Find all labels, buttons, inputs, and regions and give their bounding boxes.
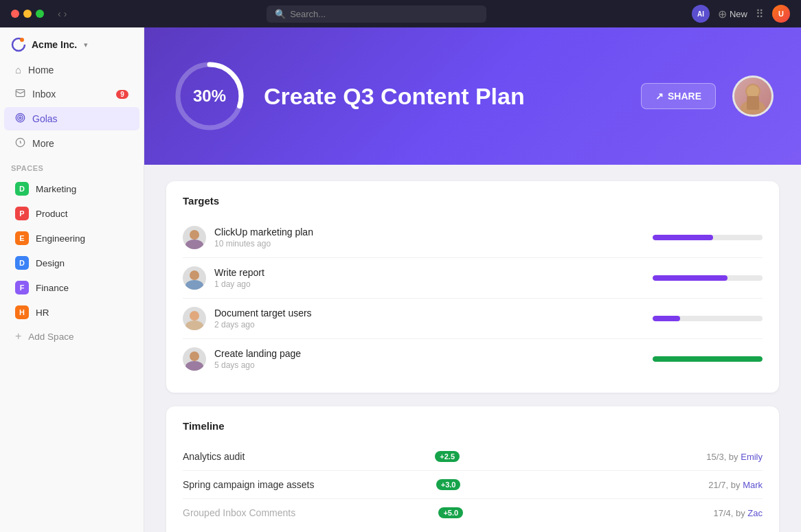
ai-button[interactable]: AI	[692, 5, 710, 23]
progress-fill	[653, 235, 713, 240]
sidebar-item-label: Home	[28, 65, 54, 76]
share-label: SHARE	[668, 91, 701, 102]
targets-title: Targets	[183, 195, 763, 207]
svg-point-15	[190, 270, 199, 280]
sidebar-header[interactable]: Acme Inc. ▾	[0, 27, 144, 58]
sidebar-item-goals[interactable]: Golas	[4, 107, 139, 130]
target-avatar	[183, 347, 206, 371]
target-avatar	[183, 266, 206, 290]
space-label: Finance	[36, 283, 69, 293]
minimize-button[interactable]	[23, 10, 32, 18]
sidebar-item-product[interactable]: P Product	[4, 202, 139, 225]
progress-percent-label: 30%	[193, 86, 226, 106]
progress-fill	[653, 275, 727, 281]
timeline-badge: +2.5	[435, 451, 460, 462]
target-row: ClickUp marketing plan 10 minutes ago	[183, 218, 763, 258]
add-space-button[interactable]: + Add Space	[4, 325, 139, 347]
search-placeholder: Search...	[290, 9, 326, 19]
home-icon: ⌂	[15, 64, 21, 76]
target-progress-bar	[653, 235, 763, 240]
timeline-item-name: Grouped Inbox Comments	[183, 507, 433, 518]
target-progress-bar	[653, 316, 763, 321]
space-icon-engineering: E	[15, 231, 29, 245]
window-controls	[11, 10, 44, 18]
space-icon-hr: H	[15, 305, 29, 319]
timeline-right: 21/7, by Mark	[708, 480, 763, 490]
sidebar-item-label: Golas	[32, 113, 58, 124]
space-icon-marketing: D	[15, 182, 29, 196]
acme-logo-icon	[11, 37, 26, 52]
grid-icon[interactable]: ⠿	[756, 8, 764, 21]
svg-point-16	[185, 280, 203, 290]
targets-card: Targets ClickUp marketing plan 10 minute…	[166, 181, 779, 393]
inbox-badge: 9	[116, 90, 128, 99]
ai-label: AI	[697, 10, 704, 18]
space-label: Marketing	[36, 184, 76, 194]
space-label: Product	[36, 209, 68, 219]
sidebar-item-hr[interactable]: H HR	[4, 301, 139, 324]
goal-header: 30% Create Q3 Content Plan ↗ SHARE	[144, 27, 801, 165]
timeline-row: Analytics audit +2.5 15/3, by Emily	[183, 443, 763, 471]
content-area: 30% Create Q3 Content Plan ↗ SHARE	[144, 27, 801, 532]
timeline-item-name: Spring campaign image assets	[183, 479, 431, 490]
goals-icon	[15, 113, 25, 125]
sidebar-item-design[interactable]: D Design	[4, 251, 139, 275]
target-name: ClickUp marketing plan	[214, 227, 644, 238]
topbar-right: AI ⊕ New ⠿ U	[692, 5, 790, 23]
timeline-badge: +3.0	[436, 479, 461, 490]
target-avatar	[183, 307, 206, 330]
target-row: Document target users 2 days ago	[183, 299, 763, 339]
forward-button[interactable]: ›	[64, 8, 67, 19]
search-bar[interactable]: 🔍 Search...	[267, 5, 486, 23]
goal-title: Create Q3 Content Plan	[264, 83, 624, 110]
svg-point-19	[190, 351, 199, 361]
new-button[interactable]: ⊕ New	[718, 8, 747, 21]
svg-point-14	[185, 240, 203, 249]
main-layout: Acme Inc. ▾ ⌂ Home Inbox 9 Golas More	[0, 27, 801, 532]
sidebar: Acme Inc. ▾ ⌂ Home Inbox 9 Golas More	[0, 27, 144, 532]
new-label: New	[730, 9, 747, 19]
svg-point-17	[190, 311, 199, 321]
space-icon-product: P	[15, 207, 29, 220]
target-time: 2 days ago	[214, 320, 644, 329]
timeline-right: 17/4, by Zac	[713, 508, 763, 518]
sidebar-item-marketing[interactable]: D Marketing	[4, 177, 139, 200]
add-icon: +	[15, 330, 21, 343]
maximize-button[interactable]	[36, 10, 44, 18]
close-button[interactable]	[11, 10, 19, 18]
sidebar-item-engineering[interactable]: E Engineering	[4, 227, 139, 250]
timeline-badge: +5.0	[438, 507, 463, 518]
space-icon-finance: F	[15, 281, 29, 294]
space-icon-design: D	[15, 256, 29, 270]
share-icon: ↗	[655, 91, 664, 102]
progress-fill	[653, 316, 680, 321]
sidebar-item-finance[interactable]: F Finance	[4, 276, 139, 299]
share-button[interactable]: ↗ SHARE	[641, 83, 716, 109]
search-icon: 🔍	[275, 9, 286, 19]
target-progress-bar	[653, 356, 763, 362]
sidebar-item-home[interactable]: ⌂ Home	[4, 58, 139, 81]
target-row: Write report 1 day ago	[183, 258, 763, 299]
target-info: Write report 1 day ago	[214, 267, 644, 289]
inbox-icon	[15, 88, 25, 100]
goal-user-avatar[interactable]	[732, 76, 774, 117]
main-content: Targets ClickUp marketing plan 10 minute…	[144, 165, 801, 532]
target-time: 5 days ago	[214, 360, 644, 370]
topbar: ‹ › 🔍 Search... AI ⊕ New ⠿ U	[0, 0, 801, 27]
sidebar-item-inbox[interactable]: Inbox 9	[4, 82, 139, 106]
target-time: 1 day ago	[214, 279, 644, 289]
target-progress-bar	[653, 275, 763, 281]
svg-point-18	[185, 321, 203, 330]
spaces-label: Spaces	[0, 156, 144, 176]
target-row: Create landing page 5 days ago	[183, 339, 763, 379]
svg-rect-12	[747, 96, 759, 110]
target-time: 10 minutes ago	[214, 239, 644, 248]
target-info: Document target users 2 days ago	[214, 308, 644, 329]
add-space-label: Add Space	[28, 332, 74, 342]
target-name: Create landing page	[214, 348, 644, 359]
sidebar-item-more[interactable]: More	[4, 132, 139, 155]
target-avatar	[183, 226, 206, 249]
user-avatar-top[interactable]: U	[772, 5, 790, 23]
back-button[interactable]: ‹	[58, 8, 61, 19]
timeline-right: 15/3, by Emily	[706, 452, 763, 462]
